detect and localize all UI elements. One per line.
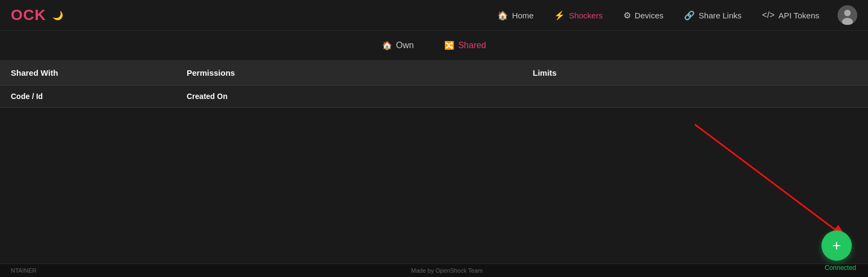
navbar-left: OCK 🌙 — [11, 6, 63, 24]
sub-nav: 🏠 Own 🔀 Shared — [0, 31, 868, 61]
table-header: Shared With Permissions Limits — [0, 61, 868, 85]
sub-nav-shared-label: Shared — [458, 41, 486, 50]
footer-left: NTAINER — [11, 267, 36, 274]
footer-center: Made by OpenShock Team — [411, 267, 482, 274]
nav-api-tokens[interactable]: </> API Tokens — [760, 7, 821, 23]
shared-icon: 🔀 — [444, 41, 455, 50]
devices-icon: ⚙ — [623, 10, 631, 21]
fab-button[interactable]: + — [821, 230, 852, 261]
own-icon: 🏠 — [382, 41, 392, 50]
col-code-id: Code / Id — [0, 85, 176, 107]
col-limits: Limits — [522, 61, 869, 85]
shockers-icon: ⚡ — [554, 10, 565, 21]
fab-label: Connected — [825, 264, 856, 272]
fab-icon: + — [832, 237, 841, 254]
table-body — [0, 108, 868, 270]
sub-nav-own-label: Own — [396, 41, 414, 50]
col-shared-with: Shared With — [0, 61, 176, 85]
navbar-right: 🏠 Home ⚡ Shockers ⚙ Devices 🔗 Share Link… — [495, 5, 857, 25]
col-created-on: Created On — [176, 85, 868, 107]
sub-nav-shared[interactable]: 🔀 Shared — [440, 38, 491, 52]
nav-devices-label: Devices — [635, 11, 663, 20]
nav-share-links-label: Share Links — [699, 11, 741, 20]
nav-share-links[interactable]: 🔗 Share Links — [682, 7, 744, 24]
nav-api-tokens-label: API Tokens — [778, 11, 819, 20]
navbar: OCK 🌙 🏠 Home ⚡ Shockers ⚙ Devices 🔗 Shar… — [0, 0, 868, 31]
moon-icon: 🌙 — [52, 10, 63, 21]
nav-shockers-label: Shockers — [569, 11, 603, 20]
home-icon: 🏠 — [497, 10, 508, 21]
logo: OCK — [11, 6, 46, 24]
sub-nav-own[interactable]: 🏠 Own — [378, 38, 418, 52]
footer: NTAINER Made by OpenShock Team — [0, 263, 868, 277]
table-container: Shared With Permissions Limits Code / Id… — [0, 61, 868, 270]
nav-home-label: Home — [512, 11, 534, 20]
nav-home[interactable]: 🏠 Home — [495, 7, 536, 24]
nav-shockers[interactable]: ⚡ Shockers — [552, 7, 605, 24]
api-tokens-icon: </> — [762, 10, 774, 20]
table-sub-header: Code / Id Created On — [0, 85, 868, 108]
share-links-icon: 🔗 — [684, 10, 695, 21]
svg-point-1 — [844, 10, 851, 16]
avatar[interactable] — [838, 5, 857, 25]
col-permissions: Permissions — [176, 61, 522, 85]
nav-devices[interactable]: ⚙ Devices — [621, 7, 666, 24]
